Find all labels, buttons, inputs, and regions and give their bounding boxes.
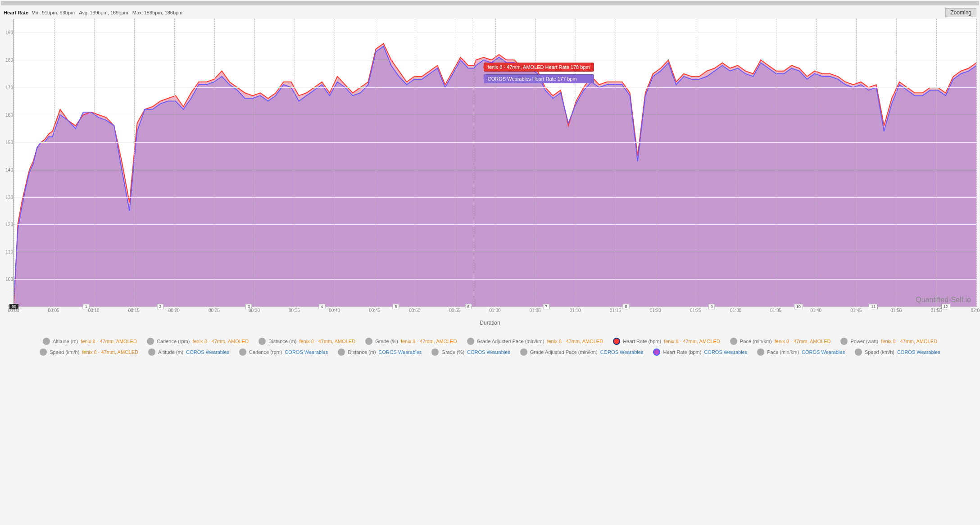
- cursor-line: [474, 19, 474, 307]
- x-tick-label: 01:25: [690, 308, 701, 313]
- y-tick-label: 180: [5, 58, 13, 63]
- x-tick-label: 01:30: [730, 308, 741, 313]
- legend-dot-icon: [730, 338, 737, 345]
- y-gridline: [14, 142, 976, 143]
- x-tick-label: 00:35: [289, 308, 300, 313]
- x-tick-label: 01:00: [489, 308, 500, 313]
- legend-dot-icon: [840, 338, 848, 345]
- legend-dot-icon: [855, 348, 862, 356]
- legend-item[interactable]: Heart Rate (bpm) fenix 8 - 47mm, AMOLED: [613, 338, 720, 345]
- legend-device-label: fenix 8 - 47mm, AMOLED: [775, 339, 831, 344]
- legend-item[interactable]: Speed (km/h) fenix 8 - 47mm, AMOLED: [40, 348, 138, 356]
- x-tick-label: 01:35: [770, 308, 781, 313]
- legend-dot-icon: [613, 338, 620, 345]
- legend-item[interactable]: Power (watt) fenix 8 - 47mm, AMOLED: [840, 338, 937, 345]
- legend-metric-label: Power (watt): [850, 339, 878, 344]
- y-tick-label: 110: [5, 249, 13, 254]
- legend-item[interactable]: Pace (min/km) fenix 8 - 47mm, AMOLED: [730, 338, 831, 345]
- x-tick-label: 00:20: [168, 308, 180, 313]
- legend-dot-icon: [365, 338, 372, 345]
- y-tick-label: 170: [5, 85, 13, 90]
- legend-item[interactable]: Grade Adjusted Pace (min/km) COROS Weara…: [520, 348, 644, 356]
- y-gridline: [14, 170, 976, 170]
- legend-item[interactable]: Grade Adjusted Pace (min/km) fenix 8 - 4…: [467, 338, 603, 345]
- stats-row: Heart Rate Min: 91bpm, 93bpm Avg: 169bpm…: [0, 6, 980, 19]
- legend-device-label: COROS Wearables: [897, 349, 940, 355]
- x-tick-label: 00:10: [88, 308, 100, 313]
- x-tick-label: 00:15: [128, 308, 140, 313]
- legend-item[interactable]: Speed (km/h) COROS Wearables: [855, 348, 940, 356]
- legend-device-label: COROS Wearables: [704, 349, 747, 355]
- legend-item[interactable]: Cadence (rpm) fenix 8 - 47mm, AMOLED: [147, 338, 249, 345]
- y-tick-label: 150: [5, 140, 13, 145]
- max-label: Max:: [132, 10, 143, 15]
- legend-metric-label: Speed (km/h): [865, 349, 894, 355]
- chart-plot-area[interactable]: 90100110120130140150160170180190 Quantif…: [14, 19, 976, 307]
- legend-item[interactable]: Distance (m) fenix 8 - 47mm, AMOLED: [259, 338, 355, 345]
- x-tick-label: 01:45: [850, 308, 862, 313]
- x-tick-label: 01:20: [650, 308, 661, 313]
- chart-series: [14, 19, 976, 307]
- legend-metric-label: Pace (min/km): [740, 339, 772, 344]
- legend-item[interactable]: Heart Rate (bpm) COROS Wearables: [653, 348, 747, 356]
- x-tick-label: 01:05: [530, 308, 541, 313]
- legend-metric-label: Grade Adjusted Pace (min/km): [530, 349, 598, 355]
- legend-device-label: fenix 8 - 47mm, AMOLED: [664, 339, 720, 344]
- legend-metric-label: Distance (m): [268, 339, 296, 344]
- legend-dot-icon: [239, 348, 246, 356]
- avg-values: 169bpm, 169bpm: [90, 10, 128, 15]
- x-tick-label: 00:40: [329, 308, 340, 313]
- legend-metric-label: Distance (m): [348, 349, 376, 355]
- legend-metric-label: Grade (%): [441, 349, 464, 355]
- legend-item[interactable]: Cadence (rpm) COROS Wearables: [239, 348, 328, 356]
- legend-dot-icon: [467, 338, 474, 345]
- x-tick-label: 00:55: [449, 308, 460, 313]
- x-tick-label: 00:00: [8, 308, 19, 313]
- min-values: 91bpm, 93bpm: [42, 10, 75, 15]
- legend-device-label: COROS Wearables: [379, 349, 422, 355]
- y-gridline: [14, 32, 976, 33]
- x-tick-label: 01:10: [570, 308, 581, 313]
- legend-device-label: COROS Wearables: [802, 349, 845, 355]
- zoom-button[interactable]: Zooming: [945, 8, 976, 17]
- x-tick-label: 01:15: [610, 308, 621, 313]
- legend-device-label: fenix 8 - 47mm, AMOLED: [401, 339, 457, 344]
- y-tick-label: 160: [5, 113, 13, 118]
- legend-metric-label: Altitude (m): [158, 349, 183, 355]
- legend-metric-label: Heart Rate (bpm): [663, 349, 701, 355]
- legend-item[interactable]: Grade (%) fenix 8 - 47mm, AMOLED: [365, 338, 457, 345]
- y-tick-label: 130: [5, 195, 13, 199]
- legend-item[interactable]: Distance (m) COROS Wearables: [338, 348, 422, 356]
- legend-device-label: fenix 8 - 47mm, AMOLED: [299, 339, 355, 344]
- y-gridline: [14, 224, 976, 225]
- legend-metric-label: Grade (%): [375, 339, 398, 344]
- legend-device-label: COROS Wearables: [186, 349, 229, 355]
- legend-item[interactable]: Pace (min/km) COROS Wearables: [757, 348, 845, 356]
- y-tick-label: 190: [5, 30, 13, 35]
- legend-metric-label: Cadence (rpm): [249, 349, 282, 355]
- legend-dot-icon: [338, 348, 345, 356]
- y-tick-label: 100: [5, 277, 13, 282]
- x-axis: 00:0000:0500:1000:1500:2000:2500:3000:35…: [14, 307, 976, 316]
- legend-item[interactable]: Altitude (m) fenix 8 - 47mm, AMOLED: [43, 338, 137, 345]
- legend-device-label: COROS Wearables: [285, 349, 328, 355]
- legend-dot-icon: [757, 348, 764, 356]
- y-tick-label: 140: [5, 167, 13, 172]
- scrollbar-thumb[interactable]: [1, 1, 979, 5]
- legend-dot-icon: [431, 348, 439, 356]
- x-tick-label: 00:30: [249, 308, 260, 313]
- legend-metric-label: Speed (km/h): [50, 349, 79, 355]
- y-tick-label: 120: [5, 222, 13, 227]
- legend-metric-label: Grade Adjusted Pace (min/km): [477, 339, 544, 344]
- legend-dot-icon: [520, 348, 527, 356]
- top-scrollbar[interactable]: [1, 1, 979, 5]
- y-gridline: [14, 279, 976, 280]
- y-gridline: [14, 197, 976, 198]
- legend-item[interactable]: Grade (%) COROS Wearables: [431, 348, 510, 356]
- x-tick-label: 01:50: [890, 308, 902, 313]
- legend-metric-label: Altitude (m): [53, 339, 78, 344]
- x-tick-label: 00:50: [409, 308, 420, 313]
- x-tick-label: 00:45: [369, 308, 380, 313]
- tooltip-coros: COROS Wearables Heart Rate 177 bpm: [484, 74, 594, 83]
- legend-item[interactable]: Altitude (m) COROS Wearables: [148, 348, 229, 356]
